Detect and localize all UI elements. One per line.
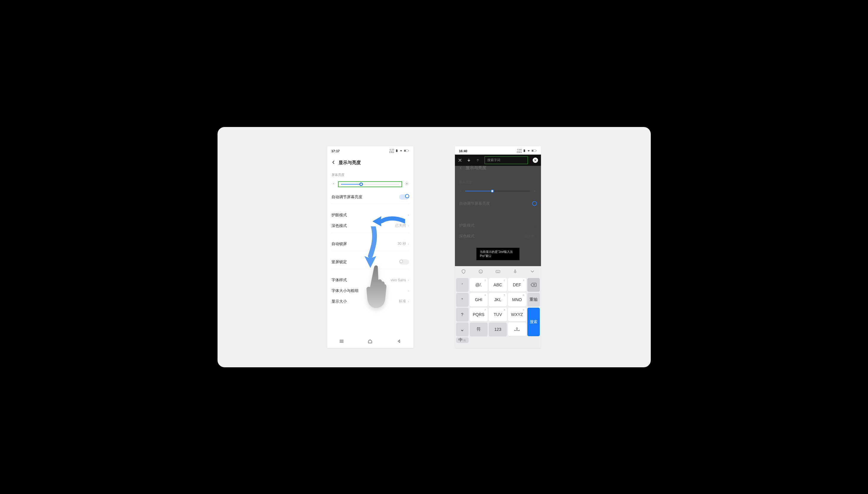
- auto-lock-value: 30 秒: [397, 241, 406, 246]
- svg-rect-23: [536, 150, 536, 151]
- dark-mode-value: 已关闭: [395, 223, 406, 228]
- home-icon[interactable]: [367, 339, 373, 345]
- svg-line-11: [334, 183, 335, 183]
- key-language[interactable]: 中/英: [456, 337, 469, 343]
- key-space[interactable]: [508, 323, 526, 336]
- brightness-section-label: 屏幕亮度: [327, 170, 413, 178]
- chevron-right-icon: ›: [408, 213, 409, 217]
- keyboard-icon[interactable]: [495, 269, 501, 275]
- clear-icon[interactable]: [533, 157, 538, 163]
- font-style-value: vivo Sans: [391, 278, 406, 282]
- svg-point-25: [534, 190, 535, 192]
- auto-brightness-label: 自动调节屏幕亮度: [332, 194, 362, 200]
- sim-icon: [395, 149, 398, 153]
- svg-point-24: [460, 190, 461, 191]
- app-header: 显示与亮度: [327, 155, 413, 170]
- font-style-row[interactable]: 字体样式 vivo Sans ›: [327, 273, 413, 287]
- svg-rect-29: [496, 270, 500, 273]
- svg-rect-22: [532, 150, 533, 151]
- emoji-icon[interactable]: [478, 269, 484, 275]
- key-symbol[interactable]: 符: [470, 323, 488, 336]
- key-backspace[interactable]: [527, 278, 540, 292]
- find-in-page-bar: 搜索字词: [455, 155, 541, 166]
- rotation-lock-row[interactable]: 竖屏锁定: [327, 255, 413, 269]
- dim-auto-brightness-row: 自动调节屏幕亮度: [459, 201, 537, 206]
- status-bar: 17:17 0.10 KB/s: [327, 146, 413, 155]
- ime-keygrid: ' 1@/. 2ABC 3DEF ° 4GHI 5JKL 6MNO 重输 ? 7…: [455, 278, 541, 344]
- sun-dim-icon: [332, 182, 336, 187]
- mic-icon[interactable]: [512, 269, 518, 275]
- brightness-slider[interactable]: [341, 184, 399, 185]
- dim-eye-mode-row: 护眼模式›: [459, 223, 537, 228]
- recent-apps-icon[interactable]: [339, 339, 344, 345]
- display-size-row[interactable]: 显示大小 标准 ›: [327, 298, 413, 308]
- dim-header: 显示与亮度: [459, 165, 486, 171]
- chevron-down-icon[interactable]: [530, 269, 535, 275]
- key-tuv[interactable]: 8TUV: [489, 308, 507, 321]
- page-title: 显示与亮度: [339, 160, 361, 166]
- key-ghi[interactable]: 4GHI: [470, 293, 488, 306]
- wifi-icon: [399, 149, 403, 153]
- dim-dark-mode-row: 深色模式 已关闭 ›: [459, 233, 537, 239]
- svg-line-10: [332, 185, 333, 185]
- battery-icon: [404, 149, 409, 153]
- arrow-down-icon[interactable]: [467, 158, 471, 162]
- key-123[interactable]: 123: [489, 323, 507, 336]
- key-abc[interactable]: 2ABC: [489, 278, 507, 292]
- rotation-lock-label: 竖屏锁定: [332, 259, 347, 265]
- display-size-value: 标准: [399, 299, 406, 304]
- font-size-row[interactable]: 字体大小与粗细 ›: [327, 287, 413, 298]
- svg-point-27: [480, 271, 480, 271]
- dim-title: 显示与亮度: [466, 165, 486, 171]
- sim-icon: [523, 149, 526, 153]
- status-time: 16:40: [459, 149, 467, 153]
- display-size-label: 显示大小: [332, 299, 347, 304]
- search-input[interactable]: 搜索字词: [485, 156, 528, 164]
- eye-mode-row[interactable]: 护眼模式 ›: [327, 208, 413, 222]
- chevron-right-icon: ›: [408, 223, 409, 228]
- key-chevron-down[interactable]: ⌄: [456, 323, 469, 336]
- key-punct-apostrophe[interactable]: ': [456, 278, 469, 292]
- key-wxyz[interactable]: 9WXYZ: [508, 308, 526, 321]
- key-at[interactable]: 1@/.: [470, 278, 488, 292]
- chevron-right-icon: ›: [408, 288, 409, 293]
- key-punct-degree[interactable]: °: [456, 293, 469, 306]
- dark-mode-row[interactable]: 深色模式 已关闭 ›: [327, 222, 413, 233]
- brightness-slider-highlight: [338, 181, 402, 187]
- svg-point-26: [479, 270, 483, 273]
- chevron-right-icon: ›: [408, 242, 409, 246]
- back-nav-icon[interactable]: [396, 339, 401, 345]
- key-punct-question[interactable]: ?: [456, 308, 469, 321]
- shield-icon[interactable]: [461, 269, 466, 275]
- tutorial-stage: 17:17 0.10 KB/s 显示与亮度: [218, 127, 651, 367]
- key-mno[interactable]: 6MNO: [508, 293, 526, 306]
- auto-brightness-toggle[interactable]: [399, 194, 409, 200]
- wifi-icon: [527, 149, 531, 153]
- auto-lock-label: 自动锁屏: [332, 241, 347, 247]
- key-search[interactable]: 搜索: [527, 308, 540, 336]
- key-pqrs[interactable]: 7PQRS: [470, 308, 488, 321]
- dim-toggle-icon: [532, 201, 537, 206]
- phone-right: 16:40 5.60 KB/s 显示与: [455, 146, 541, 348]
- chevron-right-icon: ›: [408, 278, 409, 282]
- brightness-slider-thumb[interactable]: [359, 183, 363, 186]
- back-icon[interactable]: [332, 160, 336, 165]
- svg-rect-31: [516, 327, 517, 330]
- svg-rect-2: [408, 150, 409, 151]
- status-net-rate: 0.10 KB/s: [389, 149, 394, 153]
- rotation-lock-toggle[interactable]: [399, 259, 409, 265]
- key-def[interactable]: 3DEF: [508, 278, 526, 292]
- ime-keyboard: ' 1@/. 2ABC 3DEF ° 4GHI 5JKL 6MNO 重输 ? 7…: [455, 266, 541, 348]
- close-icon[interactable]: [458, 158, 462, 162]
- ime-toolbar: [455, 266, 541, 278]
- auto-lock-row[interactable]: 自动锁屏 30 秒 ›: [327, 237, 413, 251]
- arrow-up-icon[interactable]: [476, 158, 480, 162]
- dim-section-label: 屏幕亮度: [459, 180, 472, 185]
- auto-brightness-row[interactable]: 自动调节屏幕亮度: [327, 190, 413, 204]
- svg-point-3: [333, 183, 334, 184]
- status-bar: 16:40 5.60 KB/s: [455, 146, 541, 155]
- key-retype[interactable]: 重输: [527, 293, 540, 306]
- key-jkl[interactable]: 5JKL: [489, 293, 507, 306]
- font-size-label: 字体大小与粗细: [332, 288, 358, 293]
- search-placeholder: 搜索字词: [487, 158, 500, 162]
